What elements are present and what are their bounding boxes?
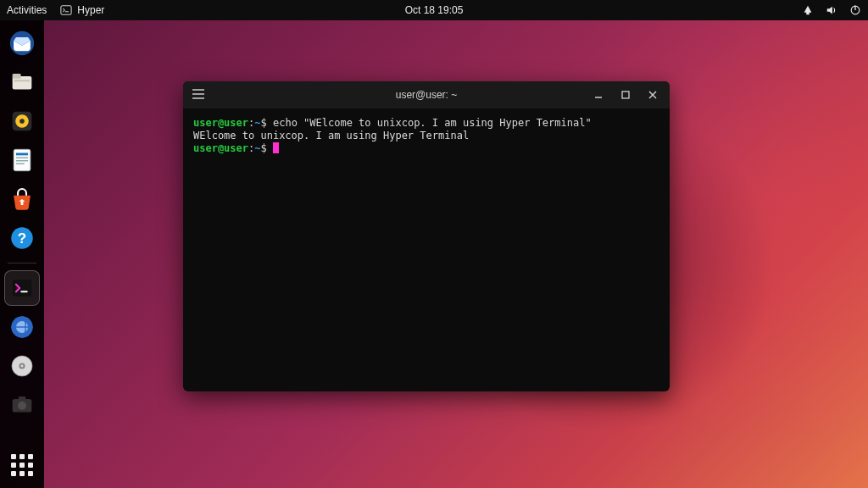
prompt-symbol: $ xyxy=(261,142,267,154)
power-icon[interactable] xyxy=(849,4,861,16)
dock-separator xyxy=(8,263,36,263)
show-applications-button[interactable] xyxy=(4,447,40,483)
svg-rect-0 xyxy=(61,6,71,15)
clock[interactable]: Oct 18 19:05 xyxy=(405,0,464,20)
command-output: WElcome to unixcop. I am using Hyper Ter… xyxy=(193,130,469,141)
terminal-titlebar[interactable]: user@user: ~ xyxy=(183,81,670,108)
dock-thunderbird[interactable] xyxy=(4,25,40,61)
dock-help[interactable]: ? xyxy=(4,220,40,256)
svg-rect-11 xyxy=(16,153,28,156)
dock-rhythmbox[interactable] xyxy=(4,103,40,139)
dock-hyper-terminal[interactable] xyxy=(4,270,40,306)
dock-web-browser[interactable] xyxy=(4,309,40,345)
active-app-label: Hyper xyxy=(77,0,104,20)
svg-rect-14 xyxy=(16,164,25,164)
terminal-title: user@user: ~ xyxy=(396,89,458,101)
svg-text:?: ? xyxy=(18,230,26,247)
prompt-symbol: $ xyxy=(261,117,267,129)
svg-rect-5 xyxy=(13,74,21,79)
prompt-user: user@user xyxy=(193,142,248,154)
svg-rect-6 xyxy=(14,80,30,81)
gnome-dock: ? xyxy=(0,20,44,488)
svg-rect-17 xyxy=(13,280,32,297)
svg-rect-32 xyxy=(622,92,629,98)
prompt-path: ~ xyxy=(254,142,260,154)
terminal-content[interactable]: user@user:~$ echo "WElcome to unixcop. I… xyxy=(183,108,670,391)
dock-files[interactable] xyxy=(4,64,40,100)
window-close-button[interactable] xyxy=(641,83,665,107)
svg-rect-12 xyxy=(16,157,28,158)
dock-software-store[interactable] xyxy=(4,181,40,217)
gnome-top-bar: Activities Hyper Oct 18 19:05 xyxy=(0,0,868,20)
terminal-cursor xyxy=(273,142,279,153)
svg-point-9 xyxy=(19,119,25,124)
dock-libreoffice-writer[interactable] xyxy=(4,142,40,178)
dock-disc-utility[interactable] xyxy=(4,348,40,384)
active-app-menu[interactable]: Hyper xyxy=(60,0,104,20)
network-icon[interactable] xyxy=(802,4,814,16)
svg-rect-27 xyxy=(19,396,26,400)
window-maximize-button[interactable] xyxy=(614,83,637,107)
hyper-app-icon xyxy=(60,4,72,16)
apps-grid-icon xyxy=(11,454,33,476)
svg-point-26 xyxy=(18,402,26,410)
hamburger-menu-icon[interactable] xyxy=(192,88,205,103)
prompt-user: user@user xyxy=(193,117,248,129)
prompt-path: ~ xyxy=(254,117,260,129)
svg-point-24 xyxy=(21,365,24,368)
window-minimize-button[interactable] xyxy=(587,83,610,107)
command-text: echo "WElcome to unixcop. I am using Hyp… xyxy=(273,117,592,129)
hyper-terminal-window: user@user: ~ user@user:~$ echo "WElcome … xyxy=(183,81,670,391)
svg-rect-13 xyxy=(16,160,28,161)
volume-icon[interactable] xyxy=(826,4,837,16)
activities-button[interactable]: Activities xyxy=(7,0,47,20)
dock-screenshot[interactable] xyxy=(4,387,40,423)
